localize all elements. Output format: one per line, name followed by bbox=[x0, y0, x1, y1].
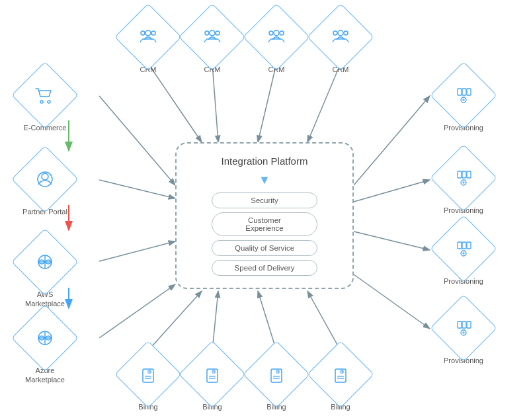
prov3-node: Provisioning bbox=[440, 225, 487, 286]
center-title: Integration Platform bbox=[222, 155, 308, 167]
svg-point-26 bbox=[38, 172, 52, 187]
svg-point-39 bbox=[274, 30, 279, 36]
svg-point-38 bbox=[216, 31, 220, 35]
svg-line-6 bbox=[258, 291, 276, 351]
svg-point-41 bbox=[280, 31, 284, 35]
svg-point-33 bbox=[145, 30, 151, 36]
billing4-node: $ Billing bbox=[317, 351, 364, 411]
svg-line-17 bbox=[354, 231, 430, 250]
svg-line-2 bbox=[258, 63, 276, 142]
svg-line-16 bbox=[354, 180, 430, 202]
svg-rect-67 bbox=[467, 89, 471, 95]
svg-line-14 bbox=[99, 284, 175, 338]
svg-line-4 bbox=[148, 291, 202, 351]
svg-rect-72 bbox=[462, 171, 466, 178]
svg-line-12 bbox=[99, 180, 175, 198]
svg-rect-77 bbox=[458, 242, 462, 249]
svg-point-35 bbox=[151, 31, 155, 35]
service-speed: Speed of Delivery bbox=[212, 260, 317, 276]
crm2-node: CRM bbox=[188, 13, 236, 74]
svg-point-36 bbox=[210, 30, 215, 36]
billing2-node: $ Billing bbox=[188, 351, 236, 411]
billing3-node: $ Billing bbox=[253, 351, 300, 411]
svg-line-7 bbox=[307, 291, 341, 351]
svg-point-44 bbox=[344, 31, 348, 35]
svg-rect-65 bbox=[458, 89, 462, 95]
integration-platform-box: Integration Platform ▼ Security Customer… bbox=[175, 142, 354, 289]
center-arrow-icon: ▼ bbox=[259, 173, 270, 187]
svg-rect-84 bbox=[462, 321, 466, 328]
prov2-node: Provisioning bbox=[440, 154, 487, 215]
svg-point-34 bbox=[141, 31, 145, 35]
svg-rect-66 bbox=[462, 89, 466, 95]
crm1-node: CRM bbox=[124, 13, 172, 74]
svg-point-43 bbox=[333, 31, 337, 35]
service-cx: Customer Experience bbox=[212, 212, 317, 236]
svg-line-0 bbox=[148, 63, 202, 142]
svg-rect-73 bbox=[467, 171, 471, 178]
ecommerce-node: E-Commerce bbox=[21, 71, 69, 132]
svg-point-40 bbox=[269, 31, 273, 35]
diagram-canvas: Integration Platform ▼ Security Customer… bbox=[0, 0, 529, 420]
svg-point-23 bbox=[40, 101, 43, 103]
prov4-node: Provisioning bbox=[440, 304, 487, 365]
crm3-node: CRM bbox=[253, 13, 300, 74]
billing1-node: $ Billing bbox=[124, 351, 172, 411]
svg-rect-83 bbox=[458, 321, 462, 328]
svg-line-15 bbox=[354, 96, 430, 185]
svg-rect-79 bbox=[467, 242, 471, 249]
svg-line-3 bbox=[307, 63, 341, 142]
svg-point-25 bbox=[42, 173, 48, 180]
crm4-node: CRM bbox=[317, 13, 364, 74]
azure-node: AzureMarketplace bbox=[21, 314, 69, 385]
svg-point-37 bbox=[205, 31, 209, 35]
svg-rect-71 bbox=[458, 171, 462, 178]
svg-rect-78 bbox=[462, 242, 466, 249]
partner-portal-node: Partner Portal bbox=[21, 155, 69, 216]
service-qos: Quality of Service bbox=[212, 240, 317, 256]
svg-line-18 bbox=[354, 274, 430, 329]
aws-node: AWSMarketplace bbox=[21, 238, 69, 309]
service-security: Security bbox=[212, 192, 317, 208]
svg-point-42 bbox=[338, 30, 343, 36]
svg-line-1 bbox=[212, 63, 218, 142]
svg-point-24 bbox=[48, 101, 50, 103]
svg-line-11 bbox=[99, 96, 175, 185]
prov1-node: Provisioning bbox=[440, 71, 487, 132]
svg-rect-85 bbox=[467, 321, 471, 328]
svg-line-13 bbox=[99, 241, 175, 261]
